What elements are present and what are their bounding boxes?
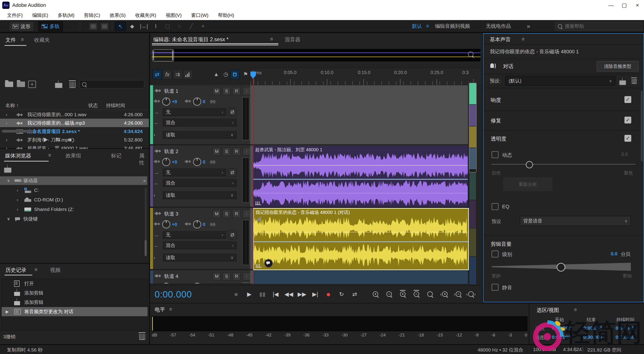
preview-loop-button[interactable]: ⇆ bbox=[56, 136, 60, 143]
clear-audio-type-button[interactable]: 清除音频类型 bbox=[597, 61, 638, 72]
volume-knob[interactable] bbox=[162, 158, 170, 166]
zoom-in-button[interactable]: + bbox=[370, 289, 381, 299]
solo-button[interactable]: S bbox=[222, 147, 230, 155]
stop-button[interactable]: ■ bbox=[230, 289, 242, 299]
menu-item-0[interactable]: 文件(F) bbox=[2, 12, 28, 19]
zoom-in-selection-button[interactable]: ‹+ bbox=[438, 289, 450, 299]
track-color-scrollbar[interactable] bbox=[469, 82, 477, 285]
repair-checkbox[interactable]: ✓ bbox=[624, 117, 631, 123]
spot-healing-brush-tool-icon[interactable]: ✦ bbox=[198, 22, 208, 31]
menu-item-6[interactable]: 视图(V) bbox=[161, 12, 186, 19]
pause-button[interactable]: ▮▮ bbox=[256, 289, 268, 299]
slip-tool-icon[interactable]: |↔| bbox=[139, 22, 149, 31]
zoom-to-selection-button[interactable]: ‹› bbox=[465, 289, 477, 299]
media-tree-item-shared-folder[interactable]: ›Shared Folders (Z: bbox=[0, 205, 147, 214]
record-arm-button[interactable]: R bbox=[232, 272, 240, 280]
input-dropdown[interactable]: 混合› bbox=[163, 119, 236, 126]
scrollbar-track-segment[interactable] bbox=[469, 257, 476, 284]
tab-markers[interactable]: 标记 bbox=[111, 152, 122, 159]
menu-item-5[interactable]: 收藏夹(R) bbox=[130, 12, 161, 19]
zoom-out-amplitude-button[interactable]: − bbox=[410, 289, 422, 299]
session-overview-bar[interactable] bbox=[152, 49, 481, 62]
media-scrollbar-thumb[interactable] bbox=[145, 240, 147, 256]
time-display[interactable]: 0:00.000 bbox=[155, 289, 192, 300]
column-duration[interactable]: 持续时间 bbox=[106, 102, 125, 109]
files-search-input[interactable] bbox=[88, 82, 150, 87]
overview-viewport-handle[interactable] bbox=[152, 49, 174, 62]
clip-volume-slider-handle[interactable] bbox=[557, 263, 565, 272]
workspace-default[interactable]: 默认 bbox=[412, 23, 422, 30]
expand-chevron-icon[interactable]: › bbox=[17, 198, 18, 202]
audio-clip[interactable]: 超兽武装 - 陈洁丽、刘罡 48000 1 bbox=[253, 146, 468, 207]
input-dropdown[interactable]: 混合› bbox=[163, 242, 236, 249]
preview-play-button[interactable]: ▶ bbox=[44, 136, 48, 143]
import-download-icon[interactable] bbox=[55, 80, 62, 88]
workspace-menu-icon[interactable]: ≡ bbox=[426, 23, 429, 29]
track-lane[interactable] bbox=[250, 85, 468, 145]
scrollbar-track-segment[interactable] bbox=[469, 229, 476, 256]
expand-chevron-icon[interactable]: › bbox=[17, 188, 18, 193]
mute-button[interactable]: M bbox=[212, 210, 221, 218]
volume-knob[interactable] bbox=[162, 220, 170, 229]
record-button[interactable]: ● bbox=[322, 289, 334, 299]
clarity-checkbox[interactable]: ✓ bbox=[624, 135, 631, 142]
tab-effects-rack[interactable]: 效果组 bbox=[66, 152, 81, 159]
menu-item-1[interactable]: 编辑(E) bbox=[28, 12, 53, 19]
minimize-button[interactable]: — bbox=[604, 0, 618, 11]
expand-chevron-icon[interactable]: › bbox=[6, 112, 7, 117]
paintbrush-selection-tool-icon[interactable]: ╱ bbox=[186, 22, 196, 31]
snap-magnet-icon[interactable]: Ω bbox=[230, 70, 240, 79]
scrollbar-track-segment[interactable] bbox=[469, 172, 476, 200]
input-dropdown[interactable]: 混合› bbox=[163, 179, 236, 187]
phase-button[interactable]: Ø bbox=[228, 108, 237, 116]
play-button[interactable]: ▶ bbox=[243, 289, 255, 299]
import-folder-icon[interactable] bbox=[17, 80, 25, 87]
dialogue-badge-icon[interactable] bbox=[264, 259, 273, 268]
solo-button[interactable]: S bbox=[222, 210, 230, 218]
output-dropdown[interactable]: 无› bbox=[163, 108, 226, 116]
record-arm-button[interactable]: R bbox=[232, 87, 240, 95]
history-panel-menu-icon[interactable]: ≡ bbox=[34, 267, 38, 273]
effects-rack-icon[interactable]: fx bbox=[162, 70, 172, 79]
marker-icon[interactable]: ⚑ bbox=[241, 70, 250, 79]
open-file-icon[interactable] bbox=[5, 80, 13, 87]
sv-view-start[interactable]: 0:00.000 bbox=[546, 334, 571, 340]
multitrack-view-button[interactable]: 多轨 bbox=[38, 22, 63, 32]
sv-view-end[interactable]: 0:30.000 bbox=[577, 334, 602, 340]
workspace-overflow-chevron[interactable]: » bbox=[527, 23, 530, 30]
track-lane[interactable]: 超兽武装 - 陈洁丽、刘罡 48000 1 bbox=[250, 145, 468, 207]
file-row[interactable]: ›我记得你眼里的...000 1.wav4:26.000 bbox=[0, 110, 149, 119]
search-help-box[interactable] bbox=[555, 22, 643, 31]
audio-clip[interactable]: 我记得你眼里的依恋 - 音乐磁场 48000 1 (对话) bbox=[253, 208, 469, 270]
scrollbar-track-segment[interactable] bbox=[469, 200, 476, 228]
tab-favorites[interactable]: 收藏夹 bbox=[34, 37, 50, 44]
track-name[interactable]: 轨道 4 bbox=[164, 273, 178, 280]
automation-mode-dropdown[interactable]: 读取∨ bbox=[163, 254, 236, 262]
tree-scroll-arrow-icon[interactable]: ◀ bbox=[143, 179, 146, 183]
preset-dropdown[interactable]: (默认)∨ bbox=[505, 76, 615, 86]
solo-button[interactable]: S bbox=[222, 87, 230, 95]
razor-tool-icon[interactable]: ◆ bbox=[127, 22, 137, 31]
column-status[interactable]: 状态 bbox=[88, 102, 98, 109]
history-delete-icon[interactable] bbox=[139, 332, 145, 340]
metronome-icon[interactable]: ▲ bbox=[212, 70, 221, 79]
media-tree-item-drives[interactable]: ∨驱动器 bbox=[0, 176, 147, 185]
zoom-out-button[interactable]: − bbox=[383, 289, 395, 299]
go-to-start-button[interactable]: |◀ bbox=[270, 289, 282, 299]
time-selection-tool-icon[interactable]: Ⅰ bbox=[150, 22, 161, 31]
automation-chevron-icon[interactable]: › bbox=[154, 255, 163, 260]
selection-view-menu-icon[interactable]: ≡ bbox=[574, 307, 577, 313]
tab-properties[interactable]: 属性 bbox=[139, 152, 149, 166]
workspace-edit-audio-video[interactable]: 编辑音频到视频 bbox=[435, 23, 470, 30]
expand-chevron-icon[interactable]: › bbox=[17, 207, 18, 212]
eq-preset-dropdown[interactable]: 背景语音∨ bbox=[520, 216, 631, 226]
move-tool-icon[interactable]: ↖ bbox=[115, 22, 126, 31]
lasso-selection-tool-icon[interactable]: ○ bbox=[174, 22, 185, 31]
files-horizontal-scrollbar[interactable] bbox=[2, 130, 34, 133]
go-to-end-button[interactable]: ▶| bbox=[309, 289, 321, 299]
file-row[interactable]: ›罗刹海市 - 刀郎.mp35:32.800 bbox=[0, 135, 149, 144]
zoom-in-amplitude-button[interactable]: + bbox=[397, 289, 409, 299]
sv-selection-start[interactable]: 0:00.000 bbox=[546, 325, 571, 331]
monitor-icon[interactable]: ((•)) bbox=[210, 222, 215, 226]
automation-mode-dropdown[interactable]: 读取∨ bbox=[163, 131, 236, 139]
